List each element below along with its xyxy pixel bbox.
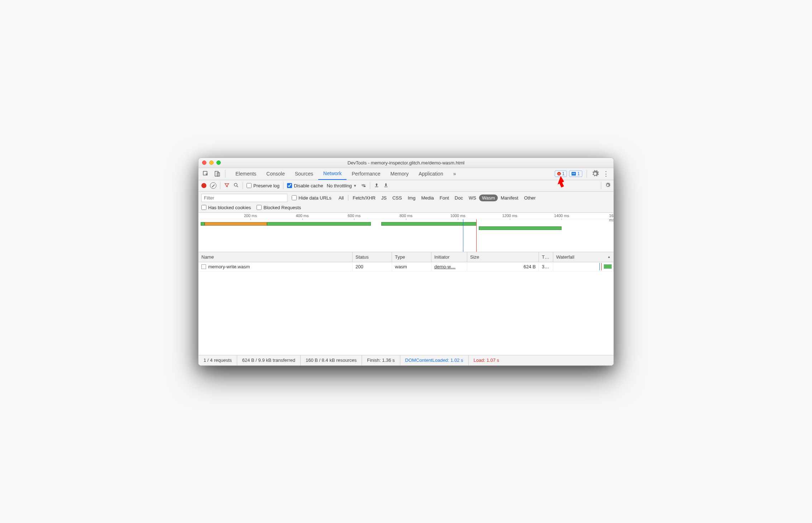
window-title: DevTools - memory-inspector.glitch.me/de… [199, 160, 613, 165]
type-filters: All Fetch/XHR JS CSS Img Media Font Doc … [336, 195, 539, 201]
cell-time: 3… [539, 262, 553, 271]
cell-size: 624 B [467, 262, 539, 271]
request-bar [205, 222, 267, 226]
tick-label: 200 ms [244, 213, 257, 218]
inspect-icon[interactable] [201, 169, 211, 179]
tab-sources[interactable]: Sources [290, 168, 318, 180]
type-filter-doc[interactable]: Doc [452, 195, 466, 201]
file-icon [201, 264, 206, 269]
timeline-overview[interactable]: 200 ms 400 ms 600 ms 800 ms 1000 ms 1200… [199, 213, 613, 252]
download-icon[interactable] [383, 182, 389, 189]
status-badges: 1 1 [555, 171, 582, 177]
tab-performance[interactable]: Performance [347, 168, 385, 180]
column-initiator[interactable]: Initiator [431, 252, 467, 262]
separator [601, 182, 601, 189]
column-status[interactable]: Status [353, 252, 392, 262]
throttling-select[interactable]: No throttling▼ [327, 183, 357, 188]
tab-application[interactable]: Application [414, 168, 448, 180]
column-size[interactable]: Size [467, 252, 539, 262]
search-icon[interactable] [233, 182, 239, 189]
type-filter-manifest[interactable]: Manifest [498, 195, 521, 201]
tab-network[interactable]: Network [318, 168, 347, 180]
type-filter-all[interactable]: All [336, 195, 347, 201]
table-row[interactable]: memory-write.wasm 200 wasm demo-w… 624 B… [199, 262, 613, 272]
type-filter-css[interactable]: CSS [390, 195, 405, 201]
network-settings-icon[interactable] [605, 182, 611, 189]
filter-bar: Hide data URLs All Fetch/XHR JS CSS Img … [199, 192, 613, 213]
chevron-down-icon: ▼ [353, 184, 357, 188]
type-filter-img[interactable]: Img [405, 195, 419, 201]
filter-icon[interactable] [224, 182, 230, 189]
clear-button[interactable] [210, 182, 216, 189]
svg-rect-1 [215, 171, 218, 176]
settings-icon[interactable] [591, 170, 599, 178]
svg-point-4 [364, 186, 365, 187]
upload-icon[interactable] [374, 182, 379, 189]
panel-tabs: Elements Console Sources Network Perform… [230, 168, 461, 180]
tick-label: 1200 ms [502, 213, 517, 218]
device-toggle-icon[interactable] [212, 169, 222, 179]
svg-point-3 [234, 183, 237, 186]
window-titlebar: DevTools - memory-inspector.glitch.me/de… [199, 158, 613, 168]
close-button[interactable] [202, 160, 206, 165]
dcl-marker [600, 263, 600, 270]
type-filter-font[interactable]: Font [437, 195, 452, 201]
separator [225, 170, 225, 178]
cell-status: 200 [353, 262, 392, 271]
messages-badge[interactable]: 1 [569, 171, 582, 177]
disable-cache-checkbox[interactable]: Disable cache [287, 183, 323, 188]
request-bar [479, 226, 562, 230]
cell-type: wasm [392, 262, 431, 271]
type-filter-ws[interactable]: WS [466, 195, 479, 201]
column-waterfall[interactable]: Waterfall▲ [553, 252, 613, 262]
preserve-log-checkbox[interactable]: Preserve log [247, 183, 280, 188]
has-blocked-cookies-checkbox[interactable]: Has blocked cookies [201, 205, 251, 210]
status-dcl: DOMContentLoaded: 1.02 s [400, 355, 469, 365]
tab-console[interactable]: Console [261, 168, 290, 180]
waterfall-bar [604, 264, 612, 269]
network-conditions-icon[interactable] [360, 182, 366, 189]
status-finish: Finish: 1.36 s [362, 355, 400, 365]
request-table[interactable]: memory-write.wasm 200 wasm demo-w… 624 B… [199, 262, 613, 355]
separator [283, 182, 283, 189]
separator [348, 195, 348, 201]
record-button[interactable] [201, 183, 206, 188]
status-resources: 160 B / 8.4 kB resources [301, 355, 362, 365]
network-toolbar: Preserve log Disable cache No throttling… [199, 180, 613, 192]
type-filter-wasm[interactable]: Wasm [479, 195, 498, 201]
devtools-window: DevTools - memory-inspector.glitch.me/de… [198, 158, 614, 366]
minimize-button[interactable] [209, 160, 214, 165]
cell-initiator: demo-w… [431, 262, 467, 271]
cell-name: memory-write.wasm [199, 262, 353, 271]
tick-label: 800 ms [400, 213, 412, 218]
sort-indicator-icon: ▲ [607, 255, 611, 259]
maximize-button[interactable] [216, 160, 221, 165]
tick-label: 1000 ms [450, 213, 465, 218]
timeline-ticks: 200 ms 400 ms 600 ms 800 ms 1000 ms 1200… [199, 213, 613, 219]
column-name[interactable]: Name [199, 252, 353, 262]
error-icon [557, 172, 561, 176]
type-filter-js[interactable]: JS [378, 195, 390, 201]
column-type[interactable]: Type [392, 252, 431, 262]
dcl-line [463, 219, 463, 252]
separator [243, 182, 243, 189]
tab-elements[interactable]: Elements [230, 168, 261, 180]
column-time[interactable]: T… [539, 252, 553, 262]
status-bar: 1 / 4 requests 624 B / 9.9 kB transferre… [199, 355, 613, 365]
filter-input[interactable] [201, 194, 287, 202]
type-filter-media[interactable]: Media [418, 195, 436, 201]
table-header: Name Status Type Initiator Size T… Water… [199, 252, 613, 262]
tab-memory[interactable]: Memory [386, 168, 414, 180]
status-load: Load: 1.07 s [469, 355, 505, 365]
blocked-requests-checkbox[interactable]: Blocked Requests [257, 205, 301, 210]
more-icon[interactable]: ⋮ [601, 170, 611, 178]
hide-data-urls-checkbox[interactable]: Hide data URLs [292, 195, 331, 201]
type-filter-fetch[interactable]: Fetch/XHR [350, 195, 378, 201]
tab-overflow[interactable]: » [448, 168, 461, 180]
type-filter-other[interactable]: Other [521, 195, 539, 201]
separator [587, 170, 587, 178]
status-requests: 1 / 4 requests [199, 355, 237, 365]
window-controls [202, 160, 221, 165]
errors-badge[interactable]: 1 [555, 171, 567, 177]
tick-label: 400 ms [296, 213, 309, 218]
